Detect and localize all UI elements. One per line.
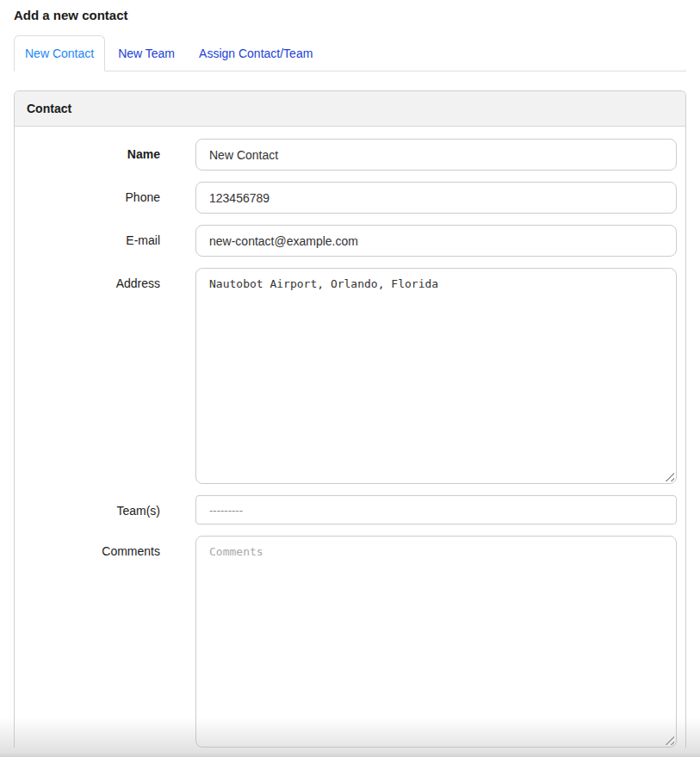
name-label: Name bbox=[23, 139, 160, 162]
form-row-phone: Phone bbox=[23, 182, 677, 214]
comments-textarea-wrap bbox=[195, 536, 677, 748]
comments-textarea[interactable] bbox=[195, 536, 677, 748]
contact-form: Name Phone E-mail Address Nautobot Airpo… bbox=[15, 127, 685, 748]
form-row-comments: Comments bbox=[23, 536, 677, 748]
teams-select-placeholder: --------- bbox=[209, 504, 243, 517]
tab-new-contact[interactable]: New Contact bbox=[14, 35, 105, 71]
tab-bar: New Contact New Team Assign Contact/Team bbox=[14, 36, 686, 71]
teams-label: Team(s) bbox=[23, 495, 160, 518]
email-input[interactable] bbox=[195, 225, 677, 257]
phone-label: Phone bbox=[23, 182, 160, 205]
form-row-address: Address Nautobot Airport, Orlando, Flori… bbox=[23, 268, 677, 484]
form-row-name: Name bbox=[23, 139, 677, 171]
contact-panel: Contact Name Phone E-mail Address Nautob… bbox=[14, 90, 686, 748]
panel-header: Contact bbox=[15, 91, 685, 127]
page-title: Add a new contact bbox=[14, 0, 686, 23]
name-input[interactable] bbox=[195, 139, 677, 171]
address-label: Address bbox=[23, 268, 160, 291]
form-row-teams: Team(s) --------- bbox=[23, 495, 677, 524]
address-textarea-wrap: Nautobot Airport, Orlando, Florida bbox=[195, 268, 677, 484]
phone-input[interactable] bbox=[195, 182, 677, 214]
teams-select[interactable]: --------- bbox=[195, 495, 677, 524]
comments-label: Comments bbox=[23, 536, 160, 559]
address-textarea[interactable]: Nautobot Airport, Orlando, Florida bbox=[195, 268, 677, 484]
email-label: E-mail bbox=[23, 225, 160, 248]
tab-new-team[interactable]: New Team bbox=[107, 35, 186, 71]
form-row-email: E-mail bbox=[23, 225, 677, 257]
tab-assign-contact-team[interactable]: Assign Contact/Team bbox=[188, 35, 324, 71]
page-container: Add a new contact New Contact New Team A… bbox=[0, 0, 700, 757]
